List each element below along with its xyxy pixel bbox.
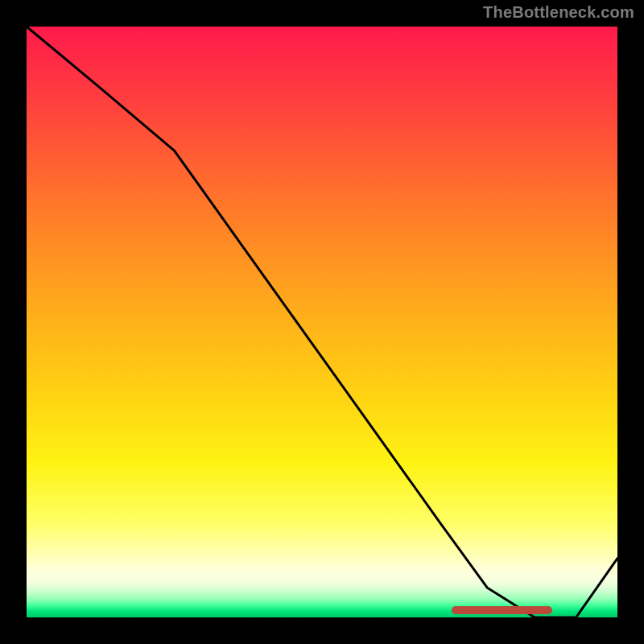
chart-container: TheBottleneck.com xyxy=(0,0,644,644)
chart-svg xyxy=(27,27,617,617)
data-curve xyxy=(27,27,617,617)
plot-area xyxy=(27,27,617,617)
watermark-text: TheBottleneck.com xyxy=(483,3,634,22)
optimal-range-marker xyxy=(452,606,552,614)
